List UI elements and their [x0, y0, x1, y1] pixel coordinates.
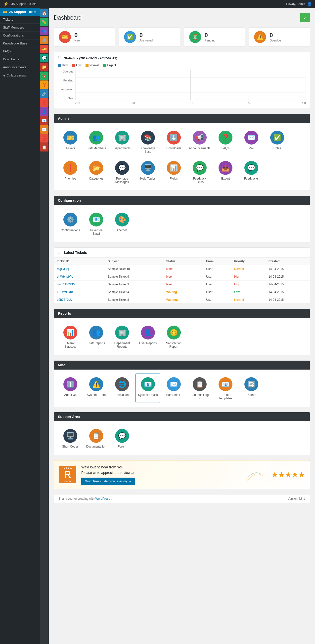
- cell-priority: High: [231, 273, 265, 281]
- sidebar-item-staff[interactable]: Staff Members: [0, 24, 40, 32]
- misc-item-translations[interactable]: 🌐 Translations: [110, 374, 135, 403]
- icon-sidebar-tickets[interactable]: 🎫: [40, 45, 49, 53]
- admin-item-export[interactable]: 📤 Export: [213, 157, 238, 186]
- misc-item-emailtemplates[interactable]: 📧 Email Templates: [213, 374, 238, 403]
- collapse-menu[interactable]: ◀ Collapse menu: [0, 71, 40, 80]
- page-footer: Thank you for creating with WordPress . …: [54, 494, 310, 503]
- legend-high-label: High: [62, 64, 68, 67]
- reports-item-dept[interactable]: 🏢 Department Reports: [110, 322, 135, 351]
- admin-item-departments[interactable]: 🏢 Departments: [110, 127, 135, 156]
- admin-item-premade[interactable]: 💬 Premade Messages: [110, 157, 135, 186]
- cell-from: User: [203, 296, 231, 304]
- admin-icon-mail: ✉️: [244, 131, 258, 144]
- admin-item-faqs[interactable]: ❓ FAQ's: [213, 127, 238, 156]
- admin-item-mail[interactable]: ✉️ Mail: [239, 127, 264, 156]
- admin-item-feedbackfields[interactable]: 💬 Feedback Fields: [187, 157, 212, 186]
- icon-sidebar-settings[interactable]: ⚙️: [40, 36, 49, 44]
- icon-sidebar-ban[interactable]: 🚫: [40, 134, 49, 142]
- config-item-themes[interactable]: 🎨 Themes: [110, 209, 135, 238]
- admin-label-mail: Mail: [249, 146, 254, 150]
- plugin-title[interactable]: 🎫 JS Support Ticket: [0, 8, 40, 16]
- icon-sidebar-alert[interactable]: ❗: [40, 98, 49, 107]
- admin-item-feedbacks[interactable]: 💬 Feedbacks: [239, 157, 264, 186]
- wp-logo[interactable]: ⚡: [3, 1, 9, 7]
- admin-item-tickets[interactable]: 🎫 Tickets: [58, 127, 83, 156]
- admin-item-downloads[interactable]: ⬇️ Downloads: [161, 127, 186, 156]
- sidebar-item-kb[interactable]: Knowledge Base: [0, 40, 40, 48]
- sidebar-item-config[interactable]: Configurations: [0, 32, 40, 40]
- support-item-forum[interactable]: 💬 Forum: [110, 425, 135, 451]
- ticket-id-link[interactable]: dnWb4p9Py: [57, 275, 73, 278]
- sidebar-item-tickets[interactable]: Tickets: [0, 16, 40, 24]
- review-btn[interactable]: Word Press Extension Directory →: [81, 478, 135, 485]
- misc-label-translations: Translations: [114, 393, 130, 397]
- sidebar-item-announcements[interactable]: Announcements: [0, 63, 40, 71]
- plugin-title-label: JS Support Ticket: [9, 10, 36, 14]
- support-item-docs[interactable]: 📋 Documentation: [84, 425, 109, 451]
- footer-period: .: [111, 497, 112, 500]
- icon-sidebar-tag[interactable]: 🔖: [40, 72, 49, 80]
- icon-sidebar-email[interactable]: 📧: [40, 116, 49, 125]
- reports-item-staff[interactable]: 👥 Staff Reports: [84, 322, 109, 351]
- admin-item-priorities[interactable]: ❗ Priorities: [58, 157, 83, 186]
- admin-item-announcements[interactable]: 📢 Announcements: [187, 127, 212, 156]
- icon-sidebar-mail[interactable]: ✉️: [40, 125, 49, 134]
- config-item-configurations[interactable]: ⚙️ Configurations: [58, 209, 83, 238]
- misc-item-banemaillog[interactable]: 📋 Ban email log list: [187, 374, 212, 403]
- admin-item-fields[interactable]: 📊 Fields: [161, 157, 186, 186]
- icon-sidebar-files[interactable]: 📁: [40, 62, 49, 71]
- chart-y-pending: Pending: [58, 79, 73, 82]
- icon-sidebar-faq[interactable]: ❓: [40, 80, 49, 89]
- admin-item-roles[interactable]: ✅ Roles: [265, 127, 290, 156]
- misc-item-syserrors[interactable]: ⚠️ System Errors: [84, 374, 109, 403]
- review-make-label: Make A: [63, 467, 72, 470]
- icon-sidebar-staff[interactable]: 👤: [40, 107, 49, 116]
- config-label-ticketemail: Ticket Via Email: [86, 228, 106, 236]
- icon-sidebar-chat[interactable]: 💬: [40, 54, 49, 62]
- misc-item-update[interactable]: 🔄 Update: [239, 374, 264, 403]
- icon-sidebar-edit[interactable]: ✏️: [40, 18, 49, 26]
- icon-sidebar-users[interactable]: 👥: [40, 27, 49, 35]
- review-text-area: We'd love to hear from You. Please write…: [81, 464, 236, 485]
- check-button[interactable]: ✓: [300, 13, 310, 22]
- drag-handle[interactable]: ⠿: [58, 56, 61, 60]
- icon-sidebar-home[interactable]: 🏠: [40, 9, 49, 18]
- config-item-ticketemail[interactable]: 📧 Ticket Via Email: [84, 209, 109, 238]
- admin-item-categories[interactable]: 📂 Categories: [84, 157, 109, 186]
- user-avatar[interactable]: 👤: [307, 2, 312, 6]
- admin-label-roles: Roles: [273, 146, 281, 150]
- footer-wp-link[interactable]: WordPress: [95, 497, 110, 500]
- cell-from: User: [203, 288, 231, 296]
- sidebar-item-faq[interactable]: FAQ's: [0, 48, 40, 56]
- admin-item-helptopics[interactable]: 🖥️ Help Topics: [136, 157, 160, 186]
- icon-sidebar-report[interactable]: 📋: [40, 143, 49, 152]
- sidebar-item-downloads[interactable]: Downloads: [0, 56, 40, 63]
- review-text-line2: Please write appreciated review at: [81, 470, 236, 475]
- reports-item-user[interactable]: 👤 User Reports: [136, 322, 160, 351]
- page-title: Dashboard: [54, 14, 82, 21]
- support-icon-forum: 💬: [115, 429, 129, 443]
- admin-item-staff[interactable]: 👥 Staff Members: [84, 127, 109, 156]
- tickets-drag-handle[interactable]: ⠿: [58, 250, 61, 255]
- icon-sidebar-link[interactable]: 🔗: [40, 90, 49, 98]
- ticket-id-link[interactable]: d2b7B4XJv: [57, 298, 72, 302]
- ticket-id-link[interactable]: rcgC3k8jL: [57, 267, 70, 271]
- chart-header: ⠿ Statistics (2017-08-13 - 2017-09-13): [58, 56, 306, 60]
- stat-new: 🎫 0 New: [54, 27, 115, 47]
- misc-item-sysemails[interactable]: 📧 System Emails: [136, 374, 160, 403]
- reports-item-overall[interactable]: 📊 Overall Statistics: [58, 322, 83, 351]
- admin-item-kb[interactable]: 📚 Knowledge Base: [136, 127, 160, 156]
- chart-x-minus05: -0.5: [133, 102, 137, 104]
- misc-label-update: Update: [247, 393, 256, 397]
- admin-icon-downloads: ⬇️: [167, 131, 181, 144]
- misc-item-banemails[interactable]: ✉️ Ban Emails: [161, 374, 186, 403]
- reports-icon-overall: 📊: [63, 326, 77, 340]
- ticket-id-link[interactable]: LPDm984nz: [57, 290, 73, 294]
- chart-x-minus1: -1.0: [75, 102, 80, 104]
- misc-section-body: ℹ️ About Us ⚠️ System Errors 🌐 Translati…: [54, 370, 310, 407]
- support-item-shortcodes[interactable]: 🖥️ Short Codes: [58, 425, 83, 451]
- reports-item-satisfaction[interactable]: 😊 Satisfaction Report: [161, 322, 186, 351]
- site-name-label[interactable]: JS Support Tickets: [12, 2, 36, 6]
- misc-item-about[interactable]: ℹ️ About Us: [58, 374, 83, 403]
- ticket-id-link[interactable]: qWFYD63NM: [57, 283, 75, 286]
